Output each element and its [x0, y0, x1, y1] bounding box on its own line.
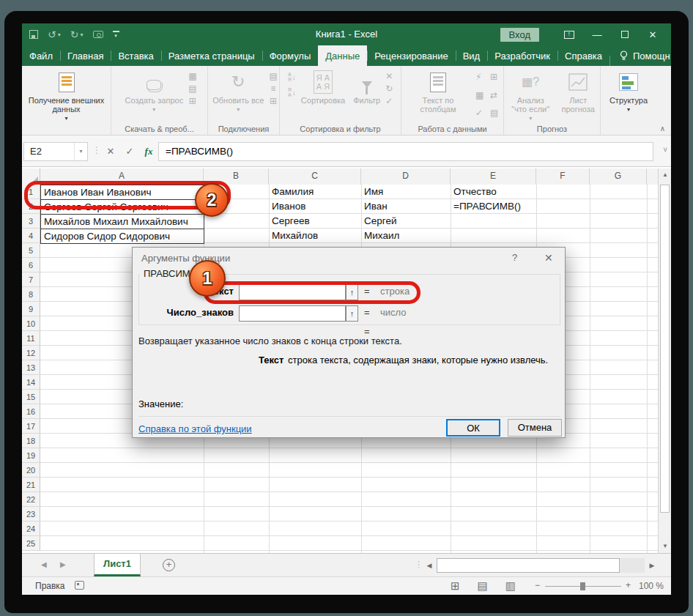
dialog-close-icon[interactable]: ✕ — [544, 252, 553, 264]
zoom-slider-thumb[interactable] — [580, 582, 585, 590]
tell-me-assistant[interactable]: Помощн — [609, 51, 671, 62]
refresh-all-button[interactable]: ↻ Обновить все▾ — [210, 68, 267, 123]
row-header[interactable]: 14 — [22, 375, 40, 390]
relationships-icon[interactable]: ✓ — [475, 108, 487, 123]
properties-icon[interactable]: ≡ — [269, 84, 277, 94]
row-header[interactable]: 15 — [22, 390, 40, 404]
numchars-field-input[interactable] — [239, 305, 346, 322]
expand-formula-bar-icon[interactable]: ˅ — [663, 146, 667, 154]
confirm-entry-icon[interactable]: ✓ — [120, 142, 139, 161]
vertical-scroll-thumb[interactable] — [660, 185, 670, 513]
cell-c3[interactable]: Сергеев — [269, 214, 360, 229]
remove-duplicates-icon[interactable]: ▦ — [475, 90, 487, 105]
tab-insert[interactable]: Вставка — [111, 45, 160, 66]
cell-e1[interactable]: Отчество — [451, 185, 535, 199]
filter-button[interactable]: Фильтр — [350, 68, 383, 123]
row-header[interactable]: 7 — [22, 272, 40, 287]
row-header[interactable]: 21 — [22, 478, 40, 492]
manage-data-model-icon[interactable]: ▤ — [490, 108, 502, 123]
advanced-filter-icon[interactable]: ✓ — [385, 97, 393, 106]
cell-c2[interactable]: Иванов — [269, 199, 360, 214]
row-header[interactable]: 22 — [22, 492, 40, 507]
page-layout-view-icon[interactable]: ▤ — [478, 579, 488, 593]
tab-formulas[interactable]: Формулы — [262, 45, 319, 66]
row-header[interactable]: 3 — [22, 214, 40, 229]
formula-bar-handle[interactable]: ⋮ — [92, 145, 101, 155]
row-header[interactable]: 10 — [22, 316, 40, 331]
row-header[interactable]: 4 — [22, 229, 40, 243]
zoom-level[interactable]: 100 % — [639, 581, 664, 591]
cell-d4[interactable]: Михаил — [361, 229, 449, 243]
row-header[interactable]: 24 — [22, 522, 40, 536]
tab-developer[interactable]: Разработчик — [487, 45, 557, 66]
add-sheet-icon[interactable]: + — [163, 559, 175, 571]
tab-view[interactable]: Вид — [456, 45, 488, 66]
reapply-filter-icon[interactable]: ↻ — [385, 84, 393, 94]
sheet-tab-active[interactable]: Лист1 — [94, 554, 141, 576]
flash-fill-icon[interactable]: ⚡ — [475, 72, 487, 87]
vertical-scrollbar[interactable]: ▲ ▼ — [658, 168, 671, 553]
tab-file[interactable]: Файл — [22, 45, 60, 66]
cell-a3[interactable]: Михайлов Михаил Михайлович — [40, 214, 204, 229]
horizontal-scroll-thumb[interactable] — [437, 558, 620, 573]
cell-c4[interactable]: Михайлов — [269, 229, 360, 243]
ok-button[interactable]: ОК — [446, 419, 500, 437]
scroll-down-icon[interactable]: ▼ — [659, 540, 671, 553]
name-box-dropdown-icon[interactable]: ▾ — [74, 143, 87, 160]
row-header[interactable]: 18 — [22, 434, 40, 448]
get-external-data-button[interactable]: Получение внешних данных▾ — [23, 68, 109, 123]
scroll-up-icon[interactable]: ▲ — [659, 168, 671, 182]
sort-descending-icon[interactable]: ЯА↓ — [288, 87, 296, 97]
column-header[interactable]: D — [361, 168, 451, 185]
cell-a4[interactable]: Сидоров Сидор Сидорович — [40, 229, 204, 244]
hscroll-right-icon[interactable]: ▶ — [645, 558, 659, 573]
structure-button[interactable]: Структура▾ — [607, 68, 651, 123]
collapse-ribbon-icon[interactable]: ∧ — [660, 125, 665, 133]
row-header[interactable]: 11 — [22, 331, 40, 346]
new-query-button[interactable]: Создать запрос▾ — [122, 68, 186, 123]
close-button[interactable]: ✕ — [639, 23, 667, 45]
name-box[interactable]: E2 ▾ — [23, 142, 88, 161]
recent-sources-icon[interactable]: ⊞ — [188, 97, 196, 106]
dialog-help-icon[interactable]: ? — [512, 252, 517, 263]
cancel-button[interactable]: Отмена — [508, 419, 562, 437]
cell-c1[interactable]: Фамилия — [269, 185, 360, 199]
column-header[interactable]: G — [590, 168, 647, 185]
cancel-entry-icon[interactable]: ✕ — [101, 142, 120, 161]
normal-view-icon[interactable]: ⊞ — [451, 579, 460, 593]
signin-button[interactable]: Вход — [500, 28, 539, 42]
ribbon-display-options-button[interactable] — [555, 23, 583, 45]
tab-data[interactable]: Данные — [318, 45, 367, 66]
what-if-button[interactable]: ▦? Анализ "что если"▾ — [505, 68, 555, 123]
cell-d3[interactable]: Сергей — [361, 214, 449, 229]
row-header[interactable]: 13 — [22, 360, 40, 375]
forecast-sheet-button[interactable]: Лист прогноза — [557, 68, 598, 123]
sort-ascending-icon[interactable]: АЯ↓ — [288, 72, 296, 82]
insert-function-icon[interactable]: fx — [139, 142, 158, 161]
page-break-view-icon[interactable]: ▥ — [505, 579, 516, 593]
sort-button[interactable]: Я АА Я Сортировка — [298, 68, 348, 123]
clear-filter-icon[interactable]: ✕ — [385, 72, 393, 81]
horizontal-scrollbar[interactable] — [437, 558, 645, 573]
tab-review[interactable]: Рецензирование — [367, 45, 455, 66]
column-header[interactable]: E — [451, 168, 536, 185]
formula-input[interactable]: =ПРАВСИМВ() — [158, 142, 653, 161]
edit-links-icon[interactable]: ⊞ — [269, 97, 277, 106]
zoom-in-icon[interactable]: + — [626, 580, 631, 590]
from-table-icon[interactable]: ▤ — [188, 84, 196, 94]
tab-home[interactable]: Главная — [60, 45, 111, 66]
cell-d2[interactable]: Иван — [361, 199, 449, 214]
connections-icon[interactable]: ▤ — [269, 72, 277, 81]
show-queries-icon[interactable]: ▦ — [188, 72, 196, 81]
maximize-button[interactable] — [611, 23, 639, 45]
row-header[interactable]: 12 — [22, 346, 40, 360]
macro-record-icon[interactable] — [75, 581, 84, 590]
row-header[interactable]: 20 — [22, 463, 40, 478]
function-help-link[interactable]: Справка по этой функции — [138, 423, 252, 434]
column-header[interactable]: C — [269, 168, 361, 185]
cell-d1[interactable]: Имя — [361, 185, 449, 199]
tab-help[interactable]: Справка — [557, 45, 609, 66]
row-header[interactable]: 5 — [22, 243, 40, 258]
minimize-button[interactable]: — — [583, 23, 611, 45]
zoom-out-icon[interactable]: − — [535, 580, 540, 590]
